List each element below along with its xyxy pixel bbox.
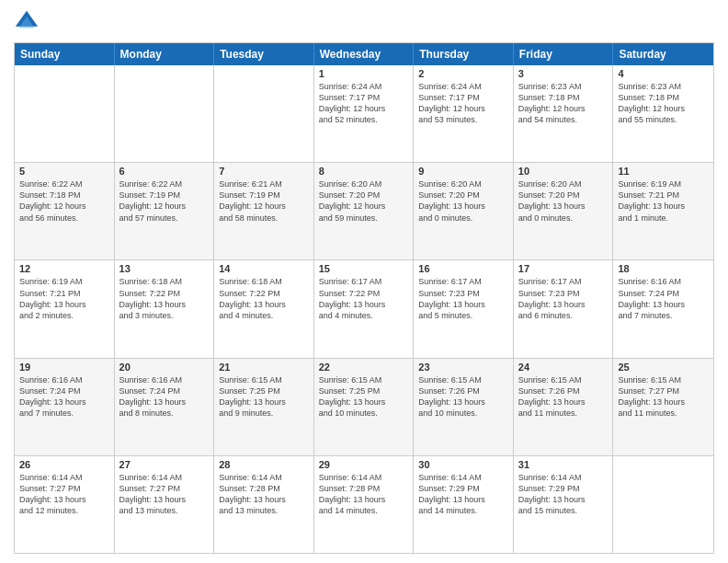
day-number: 3	[518, 68, 609, 79]
day-number: 4	[618, 68, 709, 79]
day-info: Sunrise: 6:14 AM Sunset: 7:27 PM Dayligh…	[119, 472, 210, 517]
cal-header-cell: Saturday	[613, 43, 713, 65]
day-info: Sunrise: 6:14 AM Sunset: 7:28 PM Dayligh…	[319, 472, 409, 517]
day-info: Sunrise: 6:19 AM Sunset: 7:21 PM Dayligh…	[618, 178, 709, 224]
calendar-cell-15: 15Sunrise: 6:17 AM Sunset: 7:22 PM Dayli…	[314, 260, 415, 357]
day-number: 6	[119, 166, 210, 177]
calendar-cell-3: 3Sunrise: 6:23 AM Sunset: 7:18 PM Daylig…	[514, 65, 614, 162]
day-info: Sunrise: 6:16 AM Sunset: 7:24 PM Dayligh…	[19, 374, 109, 419]
calendar-cell-25: 25Sunrise: 6:15 AM Sunset: 7:27 PM Dayli…	[613, 359, 713, 455]
calendar-cell-27: 27Sunrise: 6:14 AM Sunset: 7:27 PM Dayli…	[115, 456, 215, 553]
day-info: Sunrise: 6:15 AM Sunset: 7:27 PM Dayligh…	[618, 374, 709, 419]
day-info: Sunrise: 6:24 AM Sunset: 7:17 PM Dayligh…	[319, 81, 409, 126]
day-info: Sunrise: 6:14 AM Sunset: 7:27 PM Dayligh…	[19, 472, 109, 517]
day-info: Sunrise: 6:14 AM Sunset: 7:29 PM Dayligh…	[518, 472, 609, 517]
day-info: Sunrise: 6:15 AM Sunset: 7:26 PM Dayligh…	[418, 374, 508, 419]
day-info: Sunrise: 6:22 AM Sunset: 7:18 PM Dayligh…	[19, 178, 109, 224]
calendar-cell-28: 28Sunrise: 6:14 AM Sunset: 7:28 PM Dayli…	[214, 456, 314, 553]
day-number: 13	[119, 263, 210, 274]
calendar-cell-4: 4Sunrise: 6:23 AM Sunset: 7:18 PM Daylig…	[613, 65, 713, 162]
day-info: Sunrise: 6:23 AM Sunset: 7:18 PM Dayligh…	[518, 81, 609, 126]
day-info: Sunrise: 6:14 AM Sunset: 7:28 PM Dayligh…	[219, 472, 309, 517]
day-number: 2	[418, 68, 508, 79]
day-info: Sunrise: 6:15 AM Sunset: 7:25 PM Dayligh…	[219, 374, 309, 419]
calendar-cell-23: 23Sunrise: 6:15 AM Sunset: 7:26 PM Dayli…	[414, 359, 514, 455]
header	[14, 9, 714, 35]
cal-header-cell: Thursday	[414, 43, 514, 65]
day-number: 30	[418, 459, 508, 470]
calendar-cell-empty	[115, 65, 215, 162]
logo-icon	[14, 9, 40, 35]
calendar-cell-21: 21Sunrise: 6:15 AM Sunset: 7:25 PM Dayli…	[214, 359, 314, 455]
day-info: Sunrise: 6:17 AM Sunset: 7:23 PM Dayligh…	[418, 276, 508, 321]
calendar-row: 5Sunrise: 6:22 AM Sunset: 7:18 PM Daylig…	[15, 162, 713, 259]
day-number: 12	[19, 263, 109, 274]
calendar-cell-18: 18Sunrise: 6:16 AM Sunset: 7:24 PM Dayli…	[613, 260, 713, 357]
calendar-row: 12Sunrise: 6:19 AM Sunset: 7:21 PM Dayli…	[15, 259, 713, 357]
calendar-cell-29: 29Sunrise: 6:14 AM Sunset: 7:28 PM Dayli…	[314, 456, 415, 553]
day-number: 7	[219, 166, 309, 177]
calendar-cell-5: 5Sunrise: 6:22 AM Sunset: 7:18 PM Daylig…	[15, 163, 115, 259]
day-info: Sunrise: 6:20 AM Sunset: 7:20 PM Dayligh…	[319, 178, 409, 224]
calendar-cell-20: 20Sunrise: 6:16 AM Sunset: 7:24 PM Dayli…	[115, 359, 215, 455]
day-number: 1	[319, 68, 409, 79]
day-number: 22	[319, 362, 409, 373]
day-number: 31	[518, 459, 609, 470]
cal-header-cell: Wednesday	[314, 43, 415, 65]
day-number: 14	[219, 263, 309, 274]
day-info: Sunrise: 6:15 AM Sunset: 7:26 PM Dayligh…	[518, 374, 609, 419]
cal-header-cell: Sunday	[15, 43, 115, 65]
day-info: Sunrise: 6:17 AM Sunset: 7:23 PM Dayligh…	[518, 276, 609, 321]
calendar-cell-30: 30Sunrise: 6:14 AM Sunset: 7:29 PM Dayli…	[414, 456, 514, 553]
calendar-cell-empty	[613, 456, 713, 553]
logo	[14, 9, 43, 35]
calendar-cell-16: 16Sunrise: 6:17 AM Sunset: 7:23 PM Dayli…	[414, 260, 514, 357]
day-info: Sunrise: 6:17 AM Sunset: 7:22 PM Dayligh…	[319, 276, 409, 321]
day-number: 19	[19, 362, 109, 373]
day-number: 8	[319, 166, 409, 177]
calendar-row: 26Sunrise: 6:14 AM Sunset: 7:27 PM Dayli…	[15, 455, 713, 553]
day-info: Sunrise: 6:14 AM Sunset: 7:29 PM Dayligh…	[418, 472, 508, 517]
day-number: 17	[518, 263, 609, 274]
day-info: Sunrise: 6:20 AM Sunset: 7:20 PM Dayligh…	[418, 178, 508, 224]
day-number: 26	[19, 459, 109, 470]
calendar-cell-19: 19Sunrise: 6:16 AM Sunset: 7:24 PM Dayli…	[15, 359, 115, 455]
day-info: Sunrise: 6:16 AM Sunset: 7:24 PM Dayligh…	[119, 374, 210, 419]
calendar-cell-13: 13Sunrise: 6:18 AM Sunset: 7:22 PM Dayli…	[115, 260, 215, 357]
day-number: 15	[319, 263, 409, 274]
day-number: 5	[19, 166, 109, 177]
day-info: Sunrise: 6:18 AM Sunset: 7:22 PM Dayligh…	[219, 276, 309, 321]
calendar-cell-12: 12Sunrise: 6:19 AM Sunset: 7:21 PM Dayli…	[15, 260, 115, 357]
day-info: Sunrise: 6:22 AM Sunset: 7:19 PM Dayligh…	[119, 178, 210, 224]
day-info: Sunrise: 6:18 AM Sunset: 7:22 PM Dayligh…	[119, 276, 210, 321]
calendar-cell-empty	[214, 65, 314, 162]
day-number: 16	[418, 263, 508, 274]
cal-header-cell: Friday	[514, 43, 614, 65]
calendar-cell-2: 2Sunrise: 6:24 AM Sunset: 7:17 PM Daylig…	[414, 65, 514, 162]
day-number: 24	[518, 362, 609, 373]
calendar-cell-24: 24Sunrise: 6:15 AM Sunset: 7:26 PM Dayli…	[514, 359, 614, 455]
cal-header-cell: Monday	[115, 43, 215, 65]
day-info: Sunrise: 6:23 AM Sunset: 7:18 PM Dayligh…	[618, 81, 709, 126]
calendar-body: 1Sunrise: 6:24 AM Sunset: 7:17 PM Daylig…	[15, 65, 713, 553]
day-number: 23	[418, 362, 508, 373]
calendar-cell-17: 17Sunrise: 6:17 AM Sunset: 7:23 PM Dayli…	[514, 260, 614, 357]
page: SundayMondayTuesdayWednesdayThursdayFrid…	[0, 0, 728, 563]
day-number: 27	[119, 459, 210, 470]
calendar-cell-26: 26Sunrise: 6:14 AM Sunset: 7:27 PM Dayli…	[15, 456, 115, 553]
calendar-cell-9: 9Sunrise: 6:20 AM Sunset: 7:20 PM Daylig…	[414, 163, 514, 259]
calendar-cell-11: 11Sunrise: 6:19 AM Sunset: 7:21 PM Dayli…	[613, 163, 713, 259]
day-info: Sunrise: 6:21 AM Sunset: 7:19 PM Dayligh…	[219, 178, 309, 224]
calendar-cell-22: 22Sunrise: 6:15 AM Sunset: 7:25 PM Dayli…	[314, 359, 415, 455]
day-info: Sunrise: 6:16 AM Sunset: 7:24 PM Dayligh…	[618, 276, 709, 321]
cal-header-cell: Tuesday	[214, 43, 314, 65]
calendar-header: SundayMondayTuesdayWednesdayThursdayFrid…	[15, 43, 713, 65]
calendar-cell-1: 1Sunrise: 6:24 AM Sunset: 7:17 PM Daylig…	[314, 65, 415, 162]
calendar: SundayMondayTuesdayWednesdayThursdayFrid…	[14, 42, 714, 554]
day-info: Sunrise: 6:24 AM Sunset: 7:17 PM Dayligh…	[418, 81, 508, 126]
calendar-cell-14: 14Sunrise: 6:18 AM Sunset: 7:22 PM Dayli…	[214, 260, 314, 357]
calendar-cell-empty	[15, 65, 115, 162]
day-number: 10	[518, 166, 609, 177]
day-info: Sunrise: 6:19 AM Sunset: 7:21 PM Dayligh…	[19, 276, 109, 321]
day-number: 29	[319, 459, 409, 470]
